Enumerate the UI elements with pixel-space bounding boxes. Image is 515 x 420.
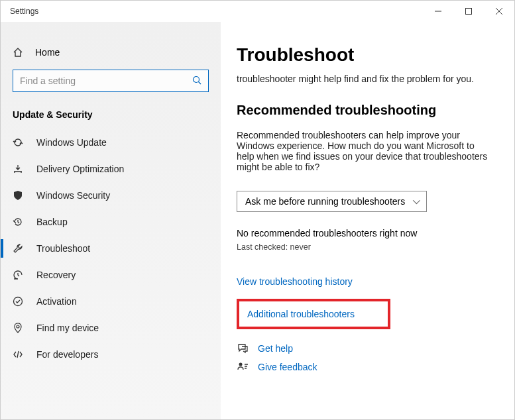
intro-text: troubleshooter might help find and fix t…: [237, 74, 494, 84]
get-help-link[interactable]: Get help: [258, 343, 293, 354]
troubleshoot-preference-dropdown[interactable]: Ask me before running troubleshooters: [237, 191, 427, 212]
sync-icon: [13, 137, 23, 148]
recommended-desc: Recommended troubleshooters can help imp…: [237, 130, 494, 172]
shield-icon: [13, 190, 23, 201]
search-input[interactable]: [20, 76, 192, 86]
svg-line-5: [199, 81, 201, 84]
sidebar: Home Update & Security Windows Update De…: [1, 22, 221, 419]
history-link[interactable]: View troubleshooting history: [237, 276, 353, 287]
page-title: Troubleshoot: [237, 44, 494, 66]
sidebar-item-find-my-device[interactable]: Find my device: [1, 315, 221, 341]
search-icon: [192, 76, 201, 87]
minimize-button[interactable]: [423, 1, 453, 22]
sidebar-item-label: Windows Update: [36, 137, 107, 148]
give-feedback-row[interactable]: Give feedback: [237, 361, 494, 373]
sidebar-item-windows-update[interactable]: Windows Update: [1, 129, 221, 156]
main-content: Troubleshoot troubleshooter might help f…: [221, 22, 514, 419]
give-feedback-link[interactable]: Give feedback: [258, 362, 317, 372]
svg-point-6: [14, 297, 23, 306]
sidebar-item-windows-security[interactable]: Windows Security: [1, 182, 221, 209]
sidebar-item-label: Troubleshoot: [36, 243, 90, 254]
chat-icon: [237, 342, 249, 354]
highlight-annotation: Additional troubleshooters: [237, 299, 390, 329]
sidebar-item-label: Activation: [36, 296, 77, 307]
history-icon: [13, 217, 23, 227]
home-icon: [13, 47, 23, 58]
check-circle-icon: [13, 296, 23, 307]
sidebar-item-recovery[interactable]: Recovery: [1, 262, 221, 288]
developer-icon: [13, 349, 23, 360]
sidebar-item-label: Delivery Optimization: [36, 164, 124, 174]
recommended-heading: Recommended troubleshooting: [237, 103, 494, 118]
status-text: No recommended troubleshooters right now: [237, 228, 494, 238]
download-icon: [13, 164, 23, 174]
feedback-icon: [237, 361, 249, 373]
sidebar-item-delivery-optimization[interactable]: Delivery Optimization: [1, 156, 221, 182]
home-nav[interactable]: Home: [1, 40, 221, 64]
chevron-down-icon: [413, 197, 420, 204]
close-button[interactable]: [484, 1, 514, 22]
dropdown-value: Ask me before running troubleshooters: [245, 196, 405, 207]
sidebar-item-backup[interactable]: Backup: [1, 209, 221, 235]
sidebar-item-label: Recovery: [36, 270, 76, 280]
sidebar-item-troubleshoot[interactable]: Troubleshoot: [1, 235, 221, 262]
additional-troubleshooters-link[interactable]: Additional troubleshooters: [247, 309, 355, 319]
recovery-icon: [13, 270, 23, 280]
sidebar-item-label: Find my device: [36, 323, 99, 333]
sidebar-item-label: Windows Security: [36, 190, 110, 201]
sidebar-item-label: Backup: [36, 217, 68, 227]
svg-rect-1: [466, 9, 472, 15]
titlebar: Settings: [1, 1, 514, 22]
search-box[interactable]: [13, 70, 209, 92]
wrench-icon: [13, 243, 23, 254]
svg-point-7: [239, 363, 243, 366]
sidebar-item-activation[interactable]: Activation: [1, 288, 221, 315]
home-label: Home: [35, 47, 60, 58]
maximize-button[interactable]: [453, 1, 484, 22]
location-icon: [13, 323, 23, 333]
section-label: Update & Security: [1, 97, 221, 129]
get-help-row[interactable]: Get help: [237, 342, 494, 354]
last-checked-text: Last checked: never: [237, 242, 494, 252]
sidebar-item-label: For developers: [36, 349, 98, 360]
svg-point-4: [194, 76, 200, 82]
sidebar-item-for-developers[interactable]: For developers: [1, 341, 221, 368]
window-title: Settings: [10, 7, 38, 16]
